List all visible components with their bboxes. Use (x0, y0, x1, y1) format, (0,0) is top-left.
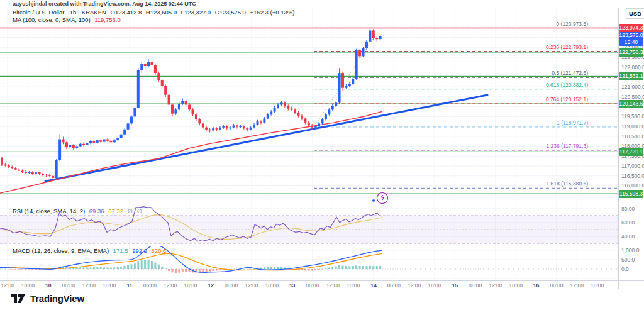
fib-level-label: 1.236 (117,791.3) (547, 143, 588, 149)
price-scale-label: 60.00 (621, 219, 635, 226)
tradingview-chart-window: aayushjindal created with TradingView.co… (0, 0, 644, 310)
fib-level-label: 0.5 (121,472.6) (552, 70, 588, 76)
price-scale-label: 119,500.0 (621, 113, 644, 119)
pane-divider-macd[interactable] (0, 246, 618, 246)
ma-label: MA (100, close, 0, SMA, 100) (13, 16, 91, 23)
price-badge: 115,598.3 (619, 190, 643, 198)
currency-unit-button[interactable]: USD (625, 8, 644, 19)
macd-legend[interactable]: MACD (12, 26, close, 9, EMA, EMA) 171.5 … (13, 247, 169, 254)
fib-level-label: 0 (123,973.5) (556, 21, 588, 27)
price-scale-label: 121,000.0 (621, 84, 644, 90)
price-badge: 117,720.1 (619, 148, 643, 156)
price-scale-label: 120,500.0 (621, 94, 644, 100)
rsi-sma-value: 67.32 (108, 208, 123, 214)
price-scale-label: 122,000.0 (621, 64, 644, 70)
time-scale-label: 18:00 (584, 282, 611, 289)
rsi-legend[interactable]: RSI (14, close, SMA, 14, 2) 69.36 67.32 … (13, 208, 145, 214)
macd-label: MACD (12, 26, close, 9, EMA, EMA) (13, 247, 109, 254)
price-scale-label: 117,000.0 (621, 163, 644, 169)
price-scale-label: 0.0 (621, 266, 629, 272)
rsi-value: 69.36 (89, 208, 104, 214)
ma-value: 119,756.0 (94, 16, 121, 23)
tradingview-logo-icon (11, 293, 26, 304)
tradingview-logo[interactable]: TradingView (11, 293, 84, 304)
price-scale-label: 116,500.0 (621, 173, 644, 179)
fib-level-label: 1 (118,971.7) (557, 119, 588, 126)
last-price: 123,575.0 (619, 32, 643, 39)
price-badge: 120,143.6 (619, 100, 643, 108)
price-scale-label: 1,000.0 (621, 247, 639, 253)
price-scale-label: 500.0 (621, 257, 635, 263)
rsi-upper-band: ∅ (128, 208, 133, 214)
price-badge: 123,575.015:40 (619, 32, 643, 46)
price-scale-label: 118,500.0 (621, 133, 644, 140)
ohlc-low: L123,327.0 (181, 9, 211, 16)
ohlc-open: O123,412.8 (111, 9, 142, 16)
price-badge: 121,532.1 (619, 72, 643, 80)
price-scale-label: 119,000.0 (621, 123, 644, 130)
price-scale-label: 40.00 (621, 233, 635, 240)
ohlc-high: H123,605.0 (146, 9, 177, 16)
price-scale-divider[interactable] (618, 8, 619, 289)
symbol-title: Bitcoin / U.S. Dollar - 1h - KRAKEN (13, 9, 106, 16)
fib-level-label: 0.618 (120,882.4) (546, 82, 588, 88)
ohlc-change: +162.3 (+0.13%) (250, 9, 295, 16)
rsi-lower-band: ∅ (137, 208, 142, 214)
ma-legend[interactable]: MA (100, close, 0, SMA, 100) 119,756.0 (13, 16, 123, 23)
fib-level-label: 0.236 (122,793.1) (546, 44, 588, 50)
pane-divider-rsi[interactable] (0, 206, 618, 206)
price-badge: 123,974.3 (619, 24, 643, 32)
top-divider (0, 8, 644, 8)
macd-signal-value: 820.6 (152, 247, 167, 254)
price-badge: 122,758.3 (619, 48, 643, 57)
fib-level-label: 1.618 (115,880.6) (547, 180, 588, 187)
macd-value: 992.2 (132, 247, 147, 254)
rsi-label: RSI (14, close, SMA, 14, 2) (13, 208, 85, 214)
cursor-dot (372, 199, 375, 202)
tradingview-logo-text: TradingView (30, 293, 84, 304)
bottom-divider (0, 289, 644, 289)
price-scale-label: 116,000.0 (621, 182, 644, 189)
fib-level-label: 0.764 (120,152.1) (546, 96, 588, 102)
bar-countdown: 15:40 (619, 39, 643, 46)
ohlc-close: C123,575.0 (215, 9, 246, 16)
attribution-text: aayushjindal created with TradingView.co… (13, 1, 196, 7)
macd-hist-value: 171.5 (113, 247, 128, 254)
symbol-legend[interactable]: Bitcoin / U.S. Dollar - 1h - KRAKEN O123… (13, 9, 297, 16)
time-axis-divider (0, 280, 644, 281)
price-scale-label: 80.00 (621, 206, 635, 212)
